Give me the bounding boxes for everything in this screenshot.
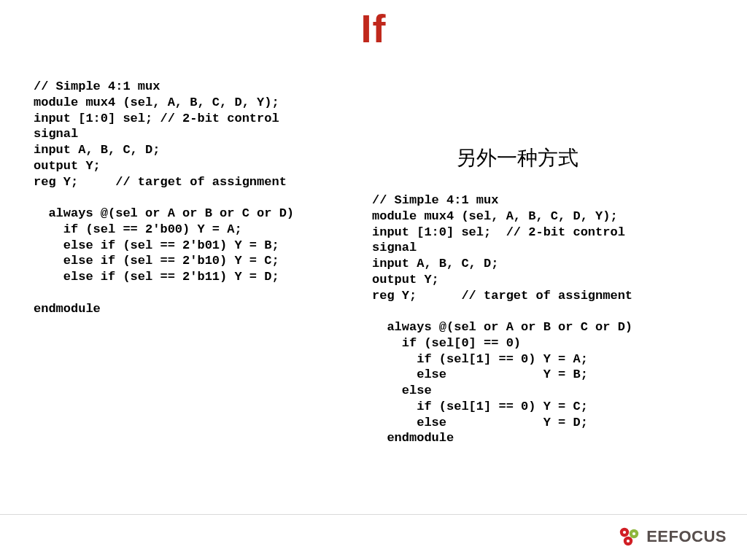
svg-point-3 — [623, 531, 626, 534]
eefocus-logo-text: EEFOCUS — [646, 527, 727, 546]
right-heading: 另外一种方式 — [372, 144, 715, 172]
left-column: // Simple 4:1 mux module mux4 (sel, A, B… — [34, 79, 340, 316]
right-column: 另外一种方式 // Simple 4:1 mux module mux4 (se… — [372, 144, 715, 446]
eefocus-logo: EEFOCUS — [617, 525, 727, 548]
code-block-left: // Simple 4:1 mux module mux4 (sel, A, B… — [34, 79, 340, 316]
slide-title: If — [0, 6, 747, 51]
footer-divider — [0, 514, 747, 515]
svg-point-4 — [632, 532, 635, 535]
code-block-right: // Simple 4:1 mux module mux4 (sel, A, B… — [372, 192, 715, 446]
svg-point-5 — [627, 540, 630, 542]
eefocus-logo-icon — [617, 525, 642, 548]
